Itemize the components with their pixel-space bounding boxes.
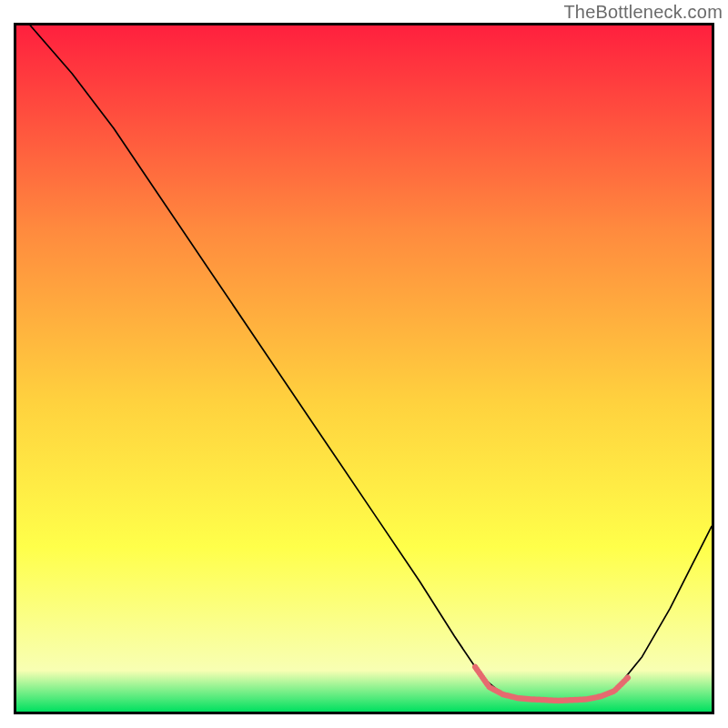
plot-area: [14, 23, 714, 714]
chart-container: TheBottleneck.com: [0, 0, 728, 728]
watermark-text: TheBottleneck.com: [563, 2, 723, 23]
chart-lines: [16, 25, 712, 712]
bottleneck-curve: [30, 25, 712, 701]
optimal-range-overlay: [475, 667, 628, 701]
